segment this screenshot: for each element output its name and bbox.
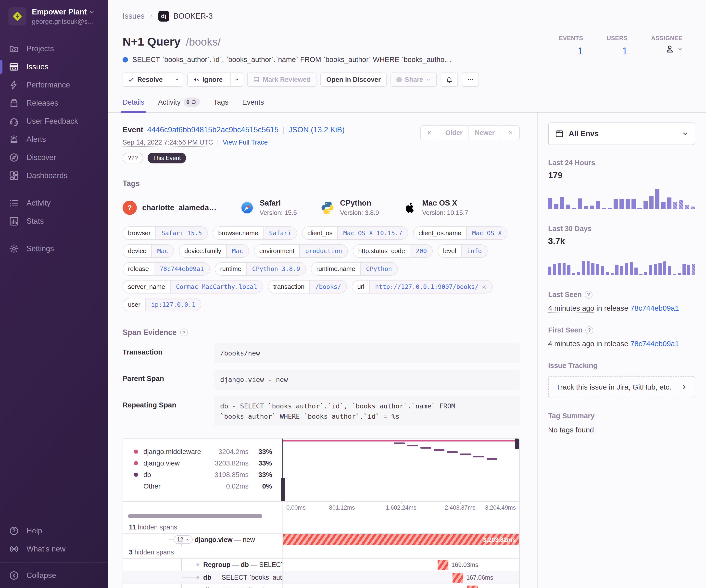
- span-description: db — SELECT `books_author`: [203, 574, 283, 581]
- span-row[interactable]: Regroup — db — SELECT `books_author`169.…: [123, 558, 519, 571]
- tag-pill-transaction[interactable]: transaction/books/: [268, 280, 347, 294]
- histogram-bar: [673, 274, 676, 275]
- org-switcher[interactable]: Empower Plant george.gritsouk@s…: [0, 7, 108, 26]
- span-bar[interactable]: [438, 560, 448, 570]
- histogram-bar: [596, 201, 600, 209]
- collapse-children-badge[interactable]: 12: [173, 535, 193, 544]
- parent-span-bar[interactable]: 3,203.82ms: [283, 534, 519, 545]
- featured-tags: ?charlotte_alameda…SafariVersion: 15.5CP…: [123, 199, 520, 217]
- tag-pill-user[interactable]: userip:127.0.0.1: [123, 298, 201, 311]
- sidebar-item-issues[interactable]: Issues: [0, 58, 108, 76]
- legend-row: django.view3203.82ms33%: [134, 457, 272, 469]
- hidden-spans-row[interactable]: 3 hidden spans: [123, 546, 519, 558]
- waterfall-scrollbar[interactable]: [128, 514, 262, 518]
- first-seen-release-link[interactable]: 78c744eb09a1: [630, 340, 679, 348]
- skip-to-latest-button[interactable]: [501, 126, 519, 140]
- track-issue-button[interactable]: Track this issue in Jira, GitHub, etc.: [548, 376, 695, 398]
- tag-value: Mac: [151, 245, 173, 257]
- tag-pill-browser-name[interactable]: browser.nameSafari: [213, 226, 297, 240]
- tag-pill-http-status-code[interactable]: http.status_code200: [353, 244, 433, 258]
- issue-sidebar-panel: All Envs Last 24 Hours 179 Last 30 Days …: [537, 113, 706, 588]
- breadcrumb-issues-link[interactable]: Issues: [123, 12, 145, 20]
- tag-pill-level[interactable]: levelinfo: [438, 244, 487, 258]
- span-row[interactable]: db — SELECT `books_author`166.81ms: [123, 584, 519, 588]
- help-question-icon[interactable]: ?: [585, 291, 592, 299]
- sidebar-item-alerts[interactable]: Alerts: [0, 130, 108, 149]
- help-question-icon[interactable]: ?: [585, 326, 593, 334]
- span-bar[interactable]: [453, 573, 463, 583]
- minimap-right-handle[interactable]: [515, 438, 519, 449]
- span-bar[interactable]: [467, 586, 478, 588]
- histogram-bar: [587, 261, 590, 275]
- ignore-dropdown-button[interactable]: [230, 73, 243, 86]
- tab-events[interactable]: Events: [242, 97, 264, 112]
- featured-tag-charlotte-alameda[interactable]: ?charlotte_alameda…: [123, 201, 217, 215]
- external-link-icon: [481, 284, 487, 290]
- newer-event-button[interactable]: Newer: [468, 126, 501, 140]
- releases-icon: [9, 98, 19, 108]
- tag-pill-runtime[interactable]: runtimeCPython 3.8.9: [215, 262, 306, 276]
- event-json-link[interactable]: JSON (13.2 KiB): [288, 125, 345, 134]
- sidebar-item-performance[interactable]: Performance: [0, 76, 108, 94]
- share-button[interactable]: Share: [391, 73, 437, 87]
- sidebar-item-releases[interactable]: Releases: [0, 94, 108, 112]
- tag-pill-url[interactable]: urlhttp://127.0.0.1:9007/books/: [352, 280, 493, 294]
- sidebar-item-discover[interactable]: Discover: [0, 149, 108, 167]
- waterfall-legend: django.middleware3204.2ms33%django.view3…: [123, 438, 283, 501]
- featured-tag-mac-os-x[interactable]: Mac OS XVersion: 10.15.7: [402, 199, 468, 217]
- ellipsis-icon: [467, 76, 474, 83]
- sidebar-item-user-feedback[interactable]: User Feedback: [0, 112, 108, 130]
- older-event-button[interactable]: Older: [439, 126, 468, 140]
- open-in-discover-button[interactable]: Open in Discover: [320, 73, 387, 87]
- legend-dot: [134, 484, 138, 488]
- tag-pill-browser[interactable]: browserSafari 15.5: [123, 226, 208, 240]
- event-id-link[interactable]: 4446c9af6bb94815b2ac9bc4515c5615: [147, 125, 278, 134]
- sidebar-item-settings[interactable]: Settings: [0, 240, 108, 258]
- tag-pill-client-os-name[interactable]: client_os.nameMac OS X: [413, 226, 507, 240]
- tag-pill-device[interactable]: deviceMac: [123, 244, 174, 258]
- python-icon: [320, 201, 335, 215]
- span-row[interactable]: db — SELECT `books_author`167.06ms: [123, 571, 519, 584]
- sidebar-item-activity[interactable]: Activity: [0, 194, 108, 212]
- sidebar-item-dashboards[interactable]: Dashboards: [0, 167, 108, 185]
- help-question-icon[interactable]: ?: [180, 329, 188, 336]
- resolve-dropdown-button[interactable]: [171, 73, 183, 86]
- sidebar-item-what-s-new[interactable]: What's new: [0, 540, 108, 558]
- tag-value: CPython: [360, 263, 397, 275]
- tag-pill-device-family[interactable]: device.familyMac: [179, 244, 249, 258]
- events-count[interactable]: 1: [559, 46, 583, 56]
- tab-activity[interactable]: Activity 0: [158, 97, 200, 112]
- tab-details[interactable]: Details: [123, 97, 144, 112]
- minimap-left-handle[interactable]: [281, 478, 285, 501]
- view-full-trace-link[interactable]: View Full Trace: [223, 139, 268, 146]
- last-seen-release-link[interactable]: 78c744eb09a1: [630, 304, 679, 312]
- tag-pill-release[interactable]: release78c744eb09a1: [123, 262, 210, 276]
- hidden-spans-row[interactable]: 11 hidden spans: [123, 521, 519, 533]
- tag-pill-client-os[interactable]: client_osMac OS X 10.15.7: [302, 226, 408, 240]
- parent-span-row[interactable]: 12 django.view — new 3,203.82ms: [123, 533, 519, 546]
- prev-event-pill[interactable]: ???: [123, 153, 143, 163]
- last-24h-count: 179: [548, 170, 695, 180]
- tag-pill-server-name[interactable]: server_nameCormac-MacCarthy.local: [123, 280, 263, 294]
- more-actions-button[interactable]: [462, 73, 479, 87]
- tag-pill-environment[interactable]: environmentproduction: [254, 244, 348, 258]
- environment-filter[interactable]: All Envs: [548, 123, 695, 145]
- mark-reviewed-button[interactable]: Mark Reviewed: [247, 73, 316, 87]
- subscribe-bell-button[interactable]: [441, 73, 458, 87]
- tag-pill-runtime-name[interactable]: runtime.nameCPython: [311, 262, 398, 276]
- featured-tag-safari[interactable]: SafariVersion: 15.5: [240, 199, 297, 217]
- sidebar-item-collapse[interactable]: Collapse: [0, 566, 108, 585]
- sidebar-item-stats[interactable]: Stats: [0, 212, 108, 230]
- oldest-event-button[interactable]: [421, 126, 439, 140]
- assignee-selector[interactable]: [651, 44, 682, 54]
- ignore-button[interactable]: Ignore: [187, 73, 243, 87]
- sidebar-item-projects[interactable]: Projects: [0, 40, 108, 58]
- minimap-span-segment: [407, 445, 418, 447]
- users-count[interactable]: 1: [607, 46, 628, 56]
- waterfall-minimap[interactable]: [283, 438, 519, 501]
- sidebar-item-help[interactable]: Help: [0, 522, 108, 540]
- span-group-link[interactable]: Regroup: [203, 561, 230, 569]
- tab-tags[interactable]: Tags: [213, 97, 229, 112]
- resolve-button[interactable]: Resolve: [123, 73, 183, 87]
- featured-tag-cpython[interactable]: CPythonVersion: 3.8.9: [320, 199, 379, 217]
